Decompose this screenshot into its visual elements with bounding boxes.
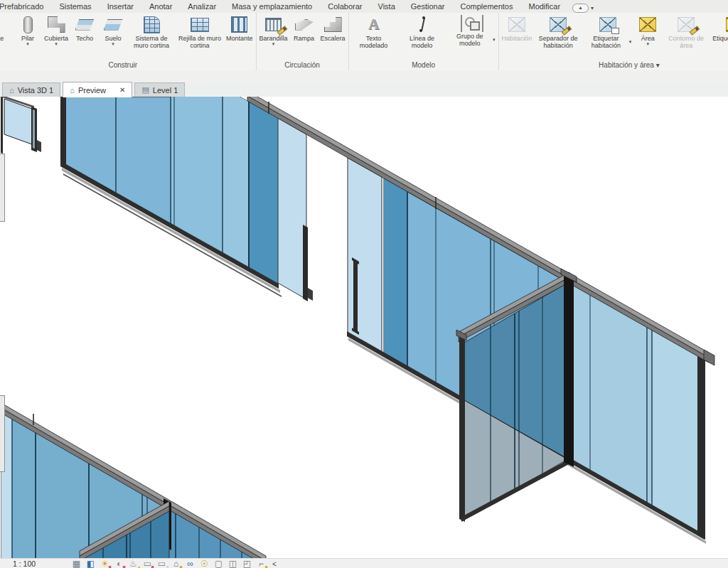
plan-view-icon: ▤ [141,85,149,95]
ribbon-button-separador-de-habitacion[interactable]: Separador de habitación [534,13,582,60]
left-scrollbar-thumb[interactable] [0,154,5,222]
3d-view[interactable] [0,97,728,558]
ribbon-button-area[interactable]: Área▾ [633,13,662,60]
ribbon: PrefabricadoSistemasInsertarAnotarAnaliz… [0,0,728,83]
rendering-dialog-icon-glyph: ♨ [129,559,137,568]
ribbon-button-barandilla[interactable]: Barandilla▾ [257,13,290,60]
dropdown-arrow-icon[interactable]: ▾ [629,40,632,44]
button-label: Contorno de área [664,35,708,49]
ribbon-tab-bar: PrefabricadoSistemasInsertarAnotarAnaliz… [0,0,728,13]
curtain-wall-upper-left[interactable] [60,97,282,297]
lock-3d-view-icon[interactable]: ⌂● [171,559,181,568]
button-label: Etiquetar área [712,35,728,42]
drawing-area[interactable] [0,97,728,558]
ribbon-tab-prefabricado[interactable]: Prefabricado [0,1,51,13]
temporary-hide-isolate-icon-glyph: ∞ [187,559,193,568]
displacement-sets-icon[interactable]: ◰ [242,559,252,568]
temporary-view-properties-icon[interactable]: ▢ [213,559,224,568]
separador-habitacion-icon [546,15,570,34]
ribbon-panel-construir: ntePilar▾Cubierta▾TechoSuelo▾Sistema de … [0,13,257,70]
ribbon-tab-insertar[interactable]: Insertar [100,1,141,13]
button-label: Grupo de modelo [449,33,491,47]
door-panel-middle[interactable] [348,158,382,353]
dropdown-arrow-icon[interactable]: ▾ [272,42,275,46]
chevron-down-icon[interactable]: ▾ [591,5,594,11]
dropdown-arrow-icon[interactable]: ▾ [493,38,496,42]
ribbon-button-rejilla-de-muro-cortina[interactable]: Rejilla de muro cortina [176,13,224,60]
ribbon-panel-habitacion-y-area: HabitaciónSeparador de habitaciónEtiquet… [499,13,728,70]
button-label: Techo [76,35,93,42]
reveal-constraints-icon[interactable]: ⌐● [256,559,267,568]
dropdown-arrow-icon[interactable]: ▾ [646,42,649,46]
show-crop-region-icon[interactable]: ▭◦ [156,559,167,568]
overlay-mark: ◦ [166,564,168,568]
collapse-chevron-icon[interactable]: < [272,560,277,568]
view-tab-bar: ⌂Vista 3D 1⌂Preview✕▤Level 1 [0,82,728,97]
reveal-hidden-elements-icon[interactable]: ☉ [199,559,210,568]
rendering-dialog-icon[interactable]: ♨• [128,559,139,568]
panel-label-circulacion: Circulación [257,60,348,70]
scale-indicator[interactable]: 1 : 100 [13,559,53,568]
ribbon-button-linea-de-modelo[interactable]: Línea de modelo [398,13,446,60]
dropdown-arrow-icon[interactable]: ▾ [112,42,114,46]
ribbon-button-nte[interactable]: nte [0,13,14,60]
door-handle [308,288,313,301]
ribbon-tab-complementos[interactable]: Complementos [452,1,520,13]
ribbon-tab-modificar[interactable]: Modificar [520,1,568,13]
dropdown-arrow-icon[interactable]: ▾ [26,42,29,46]
sun-path-icon-glyph: ☀ [101,559,109,568]
ribbon-tab-masa-y-emplazamiento[interactable]: Masa y emplazamiento [224,1,320,13]
panel-label-habitacion-y-area[interactable]: Habitación y área ▾ [499,60,728,70]
ribbon-button-techo[interactable]: Techo [70,13,99,60]
detail-level-icon[interactable]: ▦ [71,559,82,568]
rampa-icon [292,15,316,34]
overlay-mark: × [108,564,112,568]
temporary-view-properties-icon-glyph: ▢ [215,559,223,568]
door-panel-far-left[interactable] [0,97,41,154]
overlay-mark: × [151,564,154,568]
ribbon-tab-sistemas[interactable]: Sistemas [51,1,99,13]
ribbon-button-sistema-de-muro-cortina[interactable]: Sistema de muro cortina [127,13,176,60]
shadows-icon[interactable]: ◐× [114,559,124,568]
dropdown-arrow-icon[interactable]: ▾ [55,42,58,46]
ribbon-tab-vista[interactable]: Vista [370,1,403,13]
ribbon-button-rampa[interactable]: Rampa [290,13,318,60]
ribbon-button-escalera[interactable]: Escalera [318,13,348,60]
button-label: Habitación [502,35,532,42]
crop-view-icon[interactable]: ▭× [142,559,153,568]
ribbon-button-cubierta[interactable]: Cubierta▾ [42,13,70,60]
door-panel-upper[interactable] [278,118,313,301]
overlay-mark: • [138,564,140,568]
texto-modelado-icon [362,15,386,34]
ribbon-tab-anotar[interactable]: Anotar [141,1,180,13]
panel-buttons: ntePilar▾Cubierta▾TechoSuelo▾Sistema de … [0,13,256,60]
ribbon-tab-colaborar[interactable]: Colaborar [320,1,370,13]
button-label: Texto modelado [352,35,396,49]
tag-shape [611,28,619,34]
worksharing-display-icon[interactable]: ◫ [228,559,238,568]
temporary-hide-isolate-icon[interactable]: ∞ [185,559,196,568]
ribbon-button-montante[interactable]: Montante [224,13,255,60]
ribbon-button-etiquetar-habitacion[interactable]: Etiquetar habitación▾ [582,13,633,60]
view-tab-level-1[interactable]: ▤Level 1 [134,82,185,97]
componente-icon [0,15,11,34]
ribbon-minimize-control[interactable]: ▲▾ [572,4,594,13]
sun-path-icon[interactable]: ☀× [100,559,110,568]
view-tab-vista-3d-1[interactable]: ⌂Vista 3D 1 [2,82,60,97]
ribbon-button-etiquetar-area[interactable]: 1Etiquetar área▾ [710,13,728,60]
left-scrollbar-thumb[interactable] [0,395,5,472]
ribbon-minimize-icon[interactable]: ▲ [572,4,589,13]
ribbon-button-texto-modelado[interactable]: Texto modelado [350,13,398,60]
ribbon-tab-analizar[interactable]: Analizar [180,1,224,13]
view-tab-preview[interactable]: ⌂Preview✕ [63,82,132,97]
close-icon[interactable]: ✕ [119,86,125,94]
button-label: Separador de habitación [536,35,580,49]
ribbon-button-grupo-de-modelo[interactable]: Grupo de modelo▾ [446,13,498,60]
door-handle [37,140,41,152]
ribbon-button-pilar[interactable]: Pilar▾ [14,13,42,60]
visual-style-icon[interactable]: ◧ [85,559,96,568]
ribbon-tab-gestionar[interactable]: Gestionar [403,1,453,13]
roombox-shape [639,17,656,32]
ribbon-button-suelo[interactable]: Suelo▾ [99,13,127,60]
view-tab-label: Preview [78,86,106,95]
